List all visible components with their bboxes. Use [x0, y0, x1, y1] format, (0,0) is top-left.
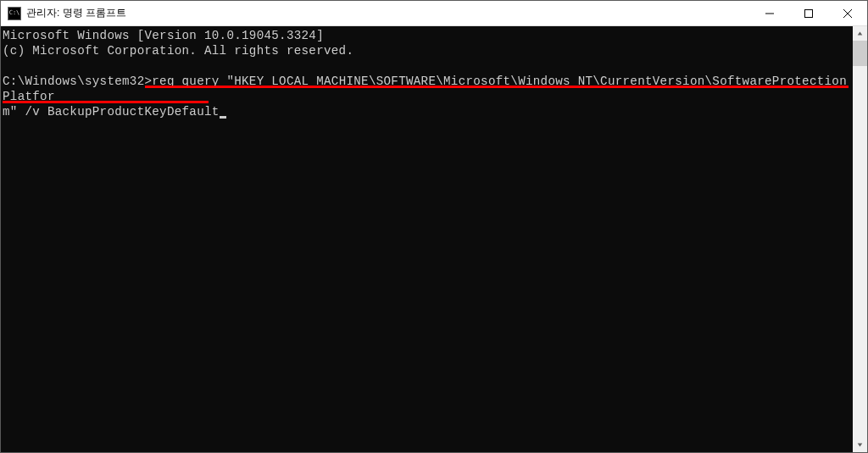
terminal-output[interactable]: Microsoft Windows [Version 10.0.19045.33… — [1, 26, 853, 452]
chevron-down-icon — [857, 442, 863, 448]
maximize-button[interactable] — [789, 1, 828, 25]
content-area: Microsoft Windows [Version 10.0.19045.33… — [1, 26, 867, 452]
blank-line — [3, 58, 851, 74]
titlebar[interactable]: C:\ 관리자: 명령 프롬프트 — [1, 1, 867, 26]
close-button[interactable] — [828, 1, 867, 25]
chevron-up-icon — [857, 30, 863, 36]
close-icon — [843, 9, 852, 18]
command-text-line2: m" /v BackupProductKeyDefault — [3, 105, 220, 119]
scroll-track[interactable] — [853, 41, 867, 438]
text-cursor — [220, 116, 226, 119]
svg-marker-4 — [858, 31, 863, 35]
copyright-line: (c) Microsoft Corporation. All rights re… — [3, 44, 353, 58]
svg-marker-5 — [858, 443, 863, 446]
minimize-icon — [765, 9, 774, 18]
window-title: 관리자: 명령 프롬프트 — [26, 6, 750, 20]
app-icon-text: C:\ — [9, 10, 20, 16]
minimize-button[interactable] — [750, 1, 789, 25]
scroll-down-button[interactable] — [853, 438, 867, 452]
scroll-up-button[interactable] — [853, 26, 867, 41]
app-icon: C:\ — [8, 7, 21, 20]
maximize-icon — [804, 9, 813, 18]
prompt-text: C:\Windows\system32> — [3, 75, 152, 88]
command-prompt-window: C:\ 관리자: 명령 프롬프트 Microsoft Windows [Vers… — [0, 0, 868, 453]
version-line: Microsoft Windows [Version 10.0.19045.33… — [3, 29, 324, 42]
svg-rect-1 — [805, 9, 813, 17]
window-controls — [750, 1, 867, 25]
scroll-thumb[interactable] — [853, 41, 867, 66]
vertical-scrollbar[interactable] — [853, 26, 867, 452]
